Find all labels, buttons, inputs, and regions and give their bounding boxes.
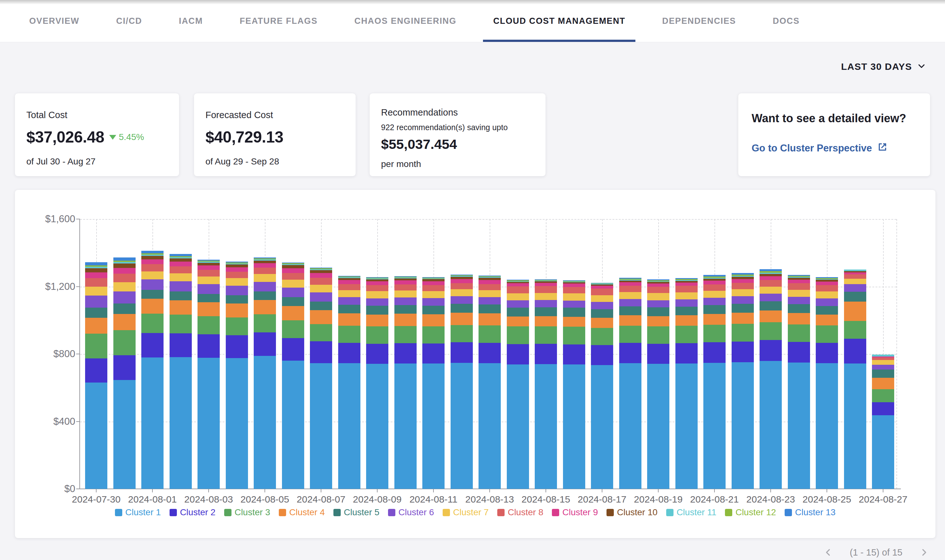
bar-segment-cluster-2[interactable] xyxy=(338,343,360,363)
bar-segment-cluster-7[interactable] xyxy=(141,271,163,280)
tab-cloud-cost-management[interactable]: CLOUD COST MANAGEMENT xyxy=(483,0,636,42)
bar-segment-cluster-4[interactable] xyxy=(85,318,107,334)
bar-segment-cluster-1[interactable] xyxy=(197,358,220,489)
bar-segment-cluster-9[interactable] xyxy=(816,282,838,285)
tab-docs[interactable]: DOCS xyxy=(763,0,810,42)
bar-segment-cluster-3[interactable] xyxy=(844,321,866,339)
bar-segment-cluster-10[interactable] xyxy=(451,277,473,279)
bar-segment-cluster-1[interactable] xyxy=(788,363,810,489)
bar-segment-cluster-6[interactable] xyxy=(197,284,220,294)
bar-segment-cluster-5[interactable] xyxy=(141,290,163,299)
bar-segment-cluster-5[interactable] xyxy=(197,294,220,303)
bar-segment-cluster-2[interactable] xyxy=(282,338,304,361)
bar-segment-cluster-1[interactable] xyxy=(647,364,670,489)
bar-segment-cluster-6[interactable] xyxy=(451,296,473,304)
bar-segment-cluster-1[interactable] xyxy=(872,415,894,489)
bar-segment-cluster-3[interactable] xyxy=(760,322,782,340)
bar-segment-cluster-6[interactable] xyxy=(591,302,613,309)
bar-segment-cluster-3[interactable] xyxy=(366,326,388,343)
bar-segment-cluster-5[interactable] xyxy=(844,292,866,302)
legend-item-cluster-3[interactable]: Cluster 3 xyxy=(224,507,270,517)
bar-segment-cluster-9[interactable] xyxy=(226,267,248,272)
bar-segment-cluster-1[interactable] xyxy=(366,364,388,489)
bar-segment-cluster-2[interactable] xyxy=(394,343,417,363)
bar-segment-cluster-2[interactable] xyxy=(872,402,894,415)
bar-segment-cluster-8[interactable] xyxy=(422,285,445,291)
bar-segment-cluster-3[interactable] xyxy=(141,314,163,333)
bar-segment-cluster-2[interactable] xyxy=(788,342,810,363)
bar-segment-cluster-7[interactable] xyxy=(535,293,557,300)
bar-segment-cluster-6[interactable] xyxy=(85,295,107,308)
bar-segment-cluster-2[interactable] xyxy=(113,355,135,380)
bar-segment-cluster-3[interactable] xyxy=(563,327,585,344)
bar-segment-cluster-3[interactable] xyxy=(422,326,445,343)
bar-segment-cluster-9[interactable] xyxy=(703,281,726,285)
bar-segment-cluster-9[interactable] xyxy=(254,263,276,268)
bar-segment-cluster-7[interactable] xyxy=(113,282,135,291)
bar-segment-cluster-7[interactable] xyxy=(732,289,754,296)
bar-segment-cluster-3[interactable] xyxy=(310,324,332,341)
bar-segment-cluster-6[interactable] xyxy=(872,365,894,369)
bar-segment-cluster-9[interactable] xyxy=(141,259,163,265)
bar-segment-cluster-4[interactable] xyxy=(394,314,417,326)
bar-segment-cluster-7[interactable] xyxy=(197,277,220,284)
bar-segment-cluster-4[interactable] xyxy=(816,315,838,325)
bar-segment-cluster-7[interactable] xyxy=(872,360,894,365)
bar-segment-cluster-8[interactable] xyxy=(507,286,529,293)
bar-segment-cluster-7[interactable] xyxy=(479,290,501,297)
bar-segment-cluster-5[interactable] xyxy=(676,307,698,315)
bar-segment-cluster-9[interactable] xyxy=(732,279,754,283)
bar-segment-cluster-5[interactable] xyxy=(394,305,417,314)
bar-segment-cluster-7[interactable] xyxy=(169,273,192,281)
bar-segment-cluster-5[interactable] xyxy=(788,304,810,313)
bar-segment-cluster-4[interactable] xyxy=(169,300,192,315)
bar-segment-cluster-9[interactable] xyxy=(535,283,557,286)
legend-item-cluster-4[interactable]: Cluster 4 xyxy=(279,507,325,517)
bar-segment-cluster-6[interactable] xyxy=(479,297,501,305)
bar-segment-cluster-5[interactable] xyxy=(282,297,304,306)
bar-segment-cluster-5[interactable] xyxy=(366,306,388,315)
bar-segment-cluster-5[interactable] xyxy=(563,308,585,317)
chevron-left-icon[interactable] xyxy=(820,545,836,560)
bar-segment-cluster-6[interactable] xyxy=(254,282,276,291)
bar-segment-cluster-8[interactable] xyxy=(197,270,220,277)
tab-iacm[interactable]: IACM xyxy=(169,0,213,42)
bar-segment-cluster-2[interactable] xyxy=(422,343,445,363)
bar-segment-cluster-4[interactable] xyxy=(282,306,304,320)
bar-segment-cluster-1[interactable] xyxy=(760,361,782,489)
bar-segment-cluster-4[interactable] xyxy=(254,300,276,314)
bar-segment-cluster-4[interactable] xyxy=(872,378,894,389)
bar-segment-cluster-8[interactable] xyxy=(479,284,501,290)
bar-segment-cluster-8[interactable] xyxy=(310,278,332,285)
bar-segment-cluster-4[interactable] xyxy=(226,303,248,317)
bar-segment-cluster-3[interactable] xyxy=(647,326,670,343)
bar-segment-cluster-7[interactable] xyxy=(507,293,529,300)
legend-item-cluster-8[interactable]: Cluster 8 xyxy=(497,507,543,517)
bar-segment-cluster-9[interactable] xyxy=(310,273,332,278)
bar-segment-cluster-6[interactable] xyxy=(563,301,585,308)
bar-segment-cluster-4[interactable] xyxy=(338,313,360,325)
bar-segment-cluster-3[interactable] xyxy=(169,315,192,334)
bar-segment-cluster-2[interactable] xyxy=(479,343,501,363)
bar-segment-cluster-10[interactable] xyxy=(197,263,220,266)
bar-segment-cluster-6[interactable] xyxy=(760,294,782,301)
bar-segment-cluster-4[interactable] xyxy=(760,311,782,322)
bar-segment-cluster-8[interactable] xyxy=(366,285,388,291)
bar-segment-cluster-5[interactable] xyxy=(591,309,613,318)
bar-segment-cluster-3[interactable] xyxy=(394,326,417,343)
bar-segment-cluster-1[interactable] xyxy=(591,365,613,489)
legend-item-cluster-2[interactable]: Cluster 2 xyxy=(169,507,215,517)
bar-segment-cluster-1[interactable] xyxy=(422,363,445,489)
bar-segment-cluster-3[interactable] xyxy=(197,316,220,334)
bar-segment-cluster-2[interactable] xyxy=(647,344,670,364)
bar-segment-cluster-7[interactable] xyxy=(816,291,838,298)
bar-segment-cluster-8[interactable] xyxy=(451,283,473,289)
bar-segment-cluster-1[interactable] xyxy=(394,363,417,489)
bar-segment-cluster-7[interactable] xyxy=(226,278,248,286)
bar-segment-cluster-1[interactable] xyxy=(310,363,332,489)
bar-segment-cluster-4[interactable] xyxy=(113,314,135,330)
bar-segment-cluster-7[interactable] xyxy=(451,289,473,296)
bar-segment-cluster-8[interactable] xyxy=(703,285,726,291)
tab-overview[interactable]: OVERVIEW xyxy=(19,0,89,42)
bar-segment-cluster-4[interactable] xyxy=(732,313,754,324)
